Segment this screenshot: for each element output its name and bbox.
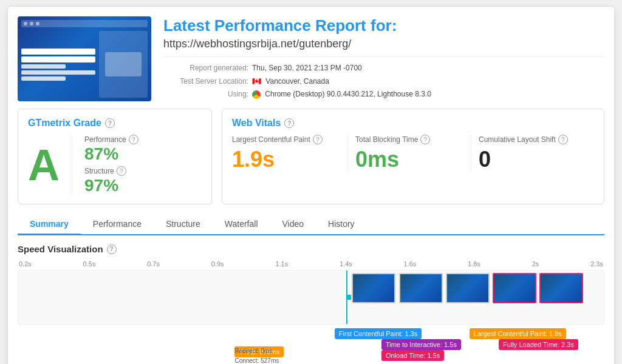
ruler-tick-8: 2s [532, 260, 539, 268]
fcp-marker [346, 295, 351, 300]
vital-item-2: Cumulative Layout Shift ? 0 [471, 135, 594, 172]
vital-help-icon-2[interactable]: ? [558, 135, 568, 144]
lcp-label: Largest Contentful Paint: 1.9s [470, 328, 566, 339]
report-url: https://webhostingsrbija.net/gutenberg/ [163, 38, 604, 50]
frame-5 [539, 273, 583, 303]
frame-1 [352, 273, 395, 303]
ruler-tick-4: 1.1s [275, 260, 288, 268]
meta-row-server: Test Server Location: 🇨🇦 Vancouver, Cana… [163, 75, 604, 89]
tab-waterfall[interactable]: Waterfall [213, 214, 270, 235]
grade-divider [72, 135, 72, 195]
vital-value-0: 1.9s [232, 147, 340, 172]
vital-value-2: 0 [479, 147, 587, 172]
vital-label-0: Largest Contentful Paint ? [232, 135, 340, 144]
vital-label-2: Cumulative Layout Shift ? [479, 135, 587, 144]
meta-label-using: Using: [163, 88, 248, 101]
performance-label: Performance ? [84, 135, 138, 144]
ruler-tick-6: 1.6s [404, 260, 417, 268]
main-card: Latest Performance Report for: https://w… [7, 6, 615, 364]
report-title: Latest Performance Report for: [163, 16, 604, 35]
canada-flag-icon: 🇨🇦 [252, 77, 261, 86]
vital-value-1: 0ms [355, 147, 463, 172]
fcp-label: First Contentful Paint: 1.3s [335, 328, 422, 339]
speed-section: Speed Visualization ? 0.2s0.5s0.7s0.9s1.… [18, 244, 604, 364]
meta-value-generated: Thu, Sep 30, 2021 2:13 PM -0700 [252, 62, 362, 75]
speed-labels-area: TTFB: 979ms Redirect: 0msConnect: 527msB… [18, 327, 604, 364]
performance-metric: Performance ? 87% [84, 135, 138, 164]
ruler-tick-5: 1.4s [340, 260, 352, 268]
ruler-tick-0: 0.2s [19, 260, 32, 268]
grade-box: GTmetrix Grade ? A Performance ? 87% [18, 109, 212, 204]
tab-history[interactable]: History [316, 214, 367, 235]
tabs-bar: SummaryPerformanceStructureWaterfallVide… [18, 214, 604, 235]
frame-3 [446, 273, 490, 303]
grade-help-icon[interactable]: ? [105, 118, 115, 128]
performance-help-icon[interactable]: ? [129, 135, 138, 144]
vital-help-icon-0[interactable]: ? [313, 135, 323, 144]
onload-label: Onload Time: 1.5s [381, 350, 444, 361]
ruler-tick-1: 0.5s [83, 260, 96, 268]
tab-performance[interactable]: Performance [81, 214, 154, 235]
meta-row-using: Using: Chrome (Desktop) 90.0.4430.212, L… [163, 88, 604, 101]
vitals-help-icon[interactable]: ? [284, 118, 294, 128]
tti-label: Time to Interactive: 1.5s [381, 339, 461, 350]
meta-table: Report generated: Thu, Sep 30, 2021 2:13… [163, 56, 604, 101]
frame-2 [399, 273, 443, 303]
ttfb-detail: Redirect: 0msConnect: 527msBackend: 452m… [234, 346, 280, 364]
meta-value-using: Chrome (Desktop) 90.0.4430.212, Lighthou… [252, 88, 431, 101]
chrome-icon [252, 90, 261, 99]
speed-viz-help-icon[interactable]: ? [107, 244, 117, 254]
structure-metric: Structure ? 97% [84, 166, 138, 195]
meta-label-generated: Report generated: [163, 62, 248, 75]
tab-structure[interactable]: Structure [154, 214, 213, 235]
ruler-tick-2: 0.7s [147, 260, 160, 268]
filmstrip-area [18, 270, 604, 325]
vitals-section-title: Web Vitals ? [232, 118, 594, 129]
timeline-ruler: 0.2s0.5s0.7s0.9s1.1s1.4s1.6s1.8s2s2.3s [18, 260, 604, 268]
tab-video[interactable]: Video [270, 214, 316, 235]
grade-section-title: GTmetrix Grade ? [28, 118, 202, 129]
flt-label: Fully Loaded Time: 2.3s [499, 339, 578, 350]
ruler-tick-3: 0.9s [211, 260, 224, 268]
meta-label-server: Test Server Location: [163, 75, 248, 89]
structure-help-icon[interactable]: ? [117, 166, 126, 176]
structure-label: Structure ? [84, 166, 138, 176]
ruler-tick-9: 2.3s [590, 260, 603, 268]
speed-viz: 0.2s0.5s0.7s0.9s1.1s1.4s1.6s1.8s2s2.3s [18, 260, 604, 364]
vitals-box: Web Vitals ? Largest Contentful Paint ? … [222, 109, 604, 204]
vitals-inner: Largest Contentful Paint ? 1.9s Total Bl… [232, 135, 594, 172]
header-info: Latest Performance Report for: https://w… [163, 16, 604, 101]
speed-viz-title: Speed Visualization ? [18, 244, 604, 254]
frame-4 [493, 273, 536, 303]
vital-label-1: Total Blocking Time ? [355, 135, 463, 144]
grade-inner: A Performance ? 87% Structure ? [28, 135, 202, 195]
header: Latest Performance Report for: https://w… [18, 16, 604, 101]
structure-value: 97% [84, 176, 138, 195]
vital-item-0: Largest Contentful Paint ? 1.9s [232, 135, 348, 172]
meta-value-server: 🇨🇦 Vancouver, Canada [252, 75, 329, 89]
vital-help-icon-1[interactable]: ? [420, 135, 430, 144]
grade-metrics: Performance ? 87% Structure ? 97% [84, 135, 138, 195]
ruler-tick-7: 1.8s [468, 260, 480, 268]
website-screenshot [18, 16, 151, 101]
meta-row-generated: Report generated: Thu, Sep 30, 2021 2:13… [163, 62, 604, 75]
grade-letter: A [28, 143, 60, 187]
tab-summary[interactable]: Summary [18, 214, 81, 235]
vital-item-1: Total Blocking Time ? 0ms [348, 135, 471, 172]
metrics-row: GTmetrix Grade ? A Performance ? 87% [18, 109, 604, 204]
performance-value: 87% [84, 144, 138, 164]
